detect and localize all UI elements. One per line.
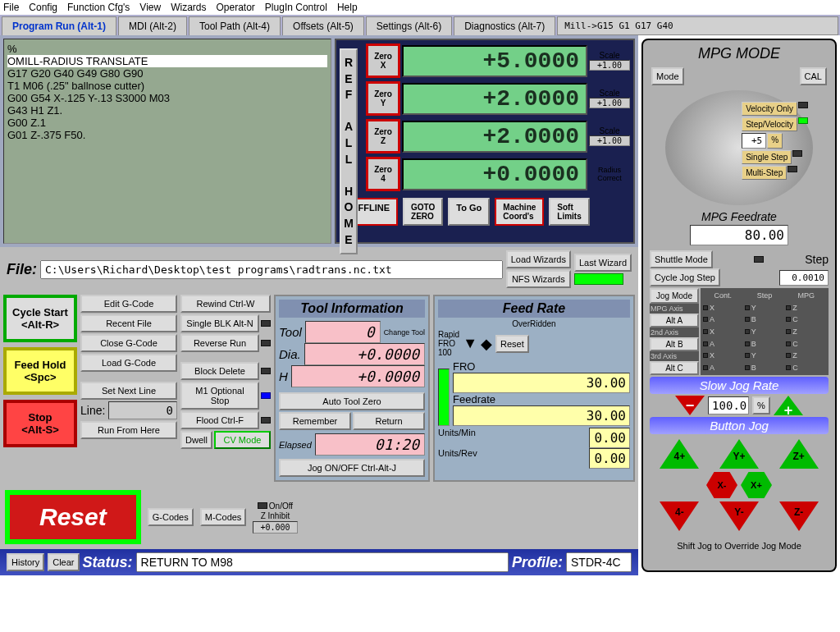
radius-correct[interactable]: Radius Correct xyxy=(589,166,630,182)
dro-4-value[interactable]: +0.0000 xyxy=(402,158,587,190)
history-button[interactable]: History xyxy=(7,553,44,571)
return-button[interactable]: Return xyxy=(353,412,425,430)
nfs-wizards-button[interactable]: NFS Wizards xyxy=(506,270,571,288)
feed-hold-button[interactable]: Feed Hold <Spc> xyxy=(3,347,77,395)
auto-tool-zero-button[interactable]: Auto Tool Zero xyxy=(279,392,425,410)
jog-onoff-button[interactable]: Jog ON/OFF Ctrl-Alt-J xyxy=(279,459,425,477)
jog-y-minus[interactable]: Y- xyxy=(719,501,759,531)
load-wizards-button[interactable]: Load Wizards xyxy=(506,250,571,268)
dwell-button[interactable]: Dwell xyxy=(180,431,212,449)
multi-step-button[interactable]: Multi-Step xyxy=(742,166,787,180)
gcode-display[interactable]: % OMILL-RADIUS TRANSLATE G17 G20 G40 G49… xyxy=(3,39,331,244)
menu-operator[interactable]: Operator xyxy=(217,2,255,13)
jog-4-plus[interactable]: 4+ xyxy=(660,439,699,469)
mcodes-button[interactable]: M-Codes xyxy=(200,508,247,526)
velocity-only-button[interactable]: Velocity Only xyxy=(742,102,797,116)
menu-file[interactable]: File xyxy=(3,2,19,13)
soft-limits-button[interactable]: Soft Limits xyxy=(549,198,589,226)
machine-coords-button[interactable]: Machine Coord's xyxy=(495,198,544,226)
slow-jog-pct[interactable]: % xyxy=(752,396,770,414)
scale-z-value[interactable]: +1.00 xyxy=(589,135,630,146)
set-next-line-button[interactable]: Set Next Line xyxy=(80,382,177,400)
clear-button[interactable]: Clear xyxy=(48,553,79,571)
jog-y-plus[interactable]: Y+ xyxy=(719,439,759,469)
zero-z-button[interactable]: Zero Z xyxy=(366,119,400,153)
menu-config[interactable]: Config xyxy=(29,2,57,13)
gcodes-button[interactable]: G-Codes xyxy=(148,508,194,526)
shuttle-mode-button[interactable]: Shuttle Mode xyxy=(650,250,713,268)
tab-offsets[interactable]: Offsets (Alt-5) xyxy=(282,16,364,35)
zero-x-button[interactable]: Zero X xyxy=(366,44,400,78)
last-wizard-button[interactable]: Last Wizard xyxy=(574,254,632,272)
goto-zero-button[interactable]: GOTO ZERO xyxy=(403,198,443,226)
tab-toolpath[interactable]: Tool Path (Alt-4) xyxy=(189,16,281,35)
tab-settings[interactable]: Settings (Alt-6) xyxy=(366,16,452,35)
zinhibit-value[interactable]: +0.000 xyxy=(253,521,297,534)
mpg-step-value[interactable]: +5 xyxy=(742,133,766,149)
m1-stop-button[interactable]: M1 Optional Stop xyxy=(180,382,259,410)
cv-mode-button[interactable]: CV Mode xyxy=(214,431,271,449)
menu-wizards[interactable]: Wizards xyxy=(171,2,206,13)
alt-b-button[interactable]: Alt B xyxy=(650,337,699,351)
fro-value[interactable]: 30.00 xyxy=(453,373,630,393)
menu-help[interactable]: Help xyxy=(337,2,358,13)
tool-number[interactable]: 0 xyxy=(305,321,381,343)
jog-z-minus[interactable]: Z- xyxy=(779,501,819,531)
slow-jog-plus[interactable]: + xyxy=(774,396,803,415)
tab-program-run[interactable]: Program Run (Alt-1) xyxy=(2,16,116,35)
recent-file-button[interactable]: Recent File xyxy=(80,314,177,332)
menu-view[interactable]: View xyxy=(139,2,161,13)
scale-y-value[interactable]: +1.00 xyxy=(589,98,630,108)
stop-button[interactable]: Stop <Alt-S> xyxy=(3,400,77,447)
dia-value[interactable]: +0.0000 xyxy=(304,343,425,365)
slow-jog-value[interactable]: 100.0 xyxy=(708,396,749,414)
remember-button[interactable]: Remember xyxy=(279,412,351,430)
h-value[interactable]: +0.0000 xyxy=(291,365,425,387)
cycle-jog-value[interactable]: 0.0010 xyxy=(779,270,829,286)
cycle-jog-step-button[interactable]: Cycle Jog Step xyxy=(650,268,720,286)
jog-4-minus[interactable]: 4- xyxy=(660,501,699,531)
zero-4-button[interactable]: Zero 4 xyxy=(366,157,400,191)
alt-a-button[interactable]: Alt A xyxy=(650,314,699,327)
dro-z-value[interactable]: +2.0000 xyxy=(402,121,587,153)
single-step-button[interactable]: Single Step xyxy=(742,150,792,164)
rewind-button[interactable]: Rewind Ctrl-W xyxy=(180,295,271,313)
fro-up-icon[interactable]: ◆ xyxy=(481,335,492,353)
zero-y-button[interactable]: Zero Y xyxy=(366,81,400,116)
load-gcode-button[interactable]: Load G-Code xyxy=(80,354,177,372)
to-go-button[interactable]: To Go xyxy=(448,198,490,226)
ref-all-home-button[interactable]: R E F A L L H O M E xyxy=(340,48,358,254)
flood-button[interactable]: Flood Ctrl-F xyxy=(180,411,259,429)
step-velocity-button[interactable]: Step/Velocity xyxy=(742,117,797,131)
jog-mode-button[interactable]: Jog Mode xyxy=(650,288,699,304)
file-path-input[interactable] xyxy=(40,260,503,279)
mpg-wheel[interactable]: Velocity Only Step/Velocity +5% Single S… xyxy=(665,90,813,205)
menu-plugin[interactable]: PlugIn Control xyxy=(265,2,327,13)
fro-down-icon[interactable]: ▼ xyxy=(463,335,477,352)
close-gcode-button[interactable]: Close G-Code xyxy=(80,334,177,352)
run-from-here-button[interactable]: Run From Here xyxy=(80,421,177,439)
fro-reset-button[interactable]: Reset xyxy=(495,335,529,353)
reverse-run-button[interactable]: Reverse Run xyxy=(180,334,259,352)
single-blk-button[interactable]: Single BLK Alt-N xyxy=(180,314,259,332)
reset-button[interactable]: Reset xyxy=(5,490,141,544)
cycle-start-button[interactable]: Cycle Start <Alt-R> xyxy=(3,295,77,342)
feedrate-value[interactable]: 30.00 xyxy=(453,405,630,426)
mpg-feedrate-value[interactable]: 80.00 xyxy=(690,225,788,245)
mpg-cal-button[interactable]: CAL xyxy=(800,67,827,85)
line-value[interactable]: 0 xyxy=(108,401,177,419)
tab-diagnostics[interactable]: Diagnostics (Alt-7) xyxy=(454,16,555,35)
block-delete-button[interactable]: Block Delete xyxy=(180,362,259,380)
alt-c-button[interactable]: Alt C xyxy=(650,361,699,375)
menu-fcfg[interactable]: Function Cfg's xyxy=(67,2,130,13)
jog-x-minus[interactable]: X- xyxy=(706,472,737,498)
mpg-mode-button[interactable]: Mode xyxy=(651,67,684,85)
tab-mdi[interactable]: MDI (Alt-2) xyxy=(118,16,187,35)
dro-x-value[interactable]: +5.0000 xyxy=(402,45,587,77)
jog-z-plus[interactable]: Z+ xyxy=(779,439,819,469)
slow-jog-minus[interactable]: − xyxy=(675,396,705,415)
change-tool-button[interactable]: Change Tool xyxy=(384,328,425,337)
jog-x-plus[interactable]: X+ xyxy=(741,472,772,498)
dro-y-value[interactable]: +2.0000 xyxy=(402,83,587,115)
scale-x-value[interactable]: +1.00 xyxy=(589,60,630,71)
